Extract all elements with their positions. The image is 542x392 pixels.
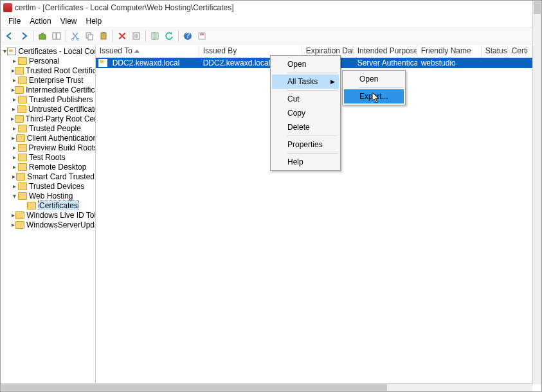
ctx-open[interactable]: Open (272, 57, 339, 71)
app-icon (3, 3, 12, 12)
folder-icon (18, 144, 27, 152)
tree-item-enterprise-trust[interactable]: ▸Enterprise Trust (1, 75, 95, 85)
tree-item-preview-build-roots[interactable]: ▸Preview Build Roots (1, 143, 95, 152)
tree-item-untrusted-certificates[interactable]: ▸Untrusted Certificates (1, 104, 95, 114)
paste-button[interactable] (97, 30, 110, 42)
expand-toggle[interactable]: ▸ (11, 154, 18, 161)
sub-open[interactable]: Open (344, 72, 404, 86)
expand-toggle[interactable]: ▸ (11, 96, 18, 103)
expand-toggle[interactable]: ▸ (11, 57, 18, 64)
expand-toggle[interactable]: ▸ (11, 76, 18, 84)
cell-intended-purposes: Server Authenticati... (354, 58, 417, 67)
tree-item-web-hosting-certificates[interactable]: Certificates (1, 200, 95, 210)
tree-item-trusted-publishers[interactable]: ▸Trusted Publishers (1, 94, 95, 104)
menu-help[interactable]: Help (82, 16, 106, 26)
up-button[interactable] (36, 30, 49, 42)
submenu-arrow-icon: ▶ (330, 78, 335, 85)
tree-item-intermediate-ca[interactable]: ▸Intermediate Certification Authorities (1, 85, 95, 94)
tree-item-test-roots[interactable]: ▸Test Roots (1, 152, 95, 162)
toolbar-separator (113, 30, 113, 42)
folder-icon (18, 76, 27, 84)
expand-toggle[interactable]: ▸ (11, 134, 16, 141)
column-issued-to[interactable]: Issued To (96, 45, 199, 57)
expand-toggle[interactable]: ▾ (2, 48, 7, 55)
menubar: File Action View Help (1, 15, 541, 28)
expand-toggle[interactable]: ▸ (11, 144, 18, 151)
tree-item-trusted-devices[interactable]: ▸Trusted Devices (1, 181, 95, 191)
column-status[interactable]: Status (482, 45, 508, 57)
expand-toggle[interactable]: ▸ (11, 221, 15, 228)
menu-view[interactable]: View (57, 16, 81, 26)
svg-text:?: ? (186, 31, 190, 40)
folder-icon (15, 86, 24, 94)
svg-rect-1 (53, 33, 56, 39)
folder-icon (18, 57, 27, 65)
ctx-delete[interactable]: Delete (272, 120, 339, 134)
svg-rect-0 (39, 35, 46, 39)
toolbar-separator (145, 30, 146, 42)
folder-icon (15, 221, 24, 229)
toolbar-separator (178, 30, 179, 42)
back-button[interactable] (3, 30, 16, 42)
menu-file[interactable]: File (5, 16, 24, 26)
tree-root[interactable]: ▾ Certificates - Local Computer (1, 46, 95, 56)
tree-item-trusted-root-ca[interactable]: ▸Trusted Root Certification Authorities (1, 66, 95, 75)
folder-icon (17, 105, 26, 113)
refresh-button[interactable] (163, 30, 176, 42)
expand-toggle[interactable]: ▸ (11, 173, 16, 180)
toolbar: ? (1, 28, 541, 44)
tree-item-client-auth-issuers[interactable]: ▸Client Authentication Issuers (1, 133, 95, 143)
svg-rect-7 (101, 33, 106, 39)
menu-separator (287, 73, 338, 73)
column-friendly-name[interactable]: Friendly Name (417, 45, 482, 57)
export-list-button[interactable] (149, 30, 161, 42)
cut-button[interactable] (69, 30, 82, 42)
expand-toggle[interactable]: ▸ (11, 183, 18, 190)
window-scrollbar-horizontal[interactable] (1, 383, 532, 391)
certificates-root-icon (7, 48, 16, 55)
sort-ascending-icon (134, 49, 140, 53)
expand-toggle[interactable]: ▸ (11, 163, 18, 170)
column-intended-purposes[interactable]: Intended Purposes (354, 45, 417, 57)
folder-icon (18, 154, 27, 161)
copy-button[interactable] (83, 30, 96, 42)
tree-item-windows-server-update-services[interactable]: ▸WindowsServerUpdateServices (1, 220, 95, 229)
svg-rect-17 (200, 33, 204, 35)
tree-item-trusted-people[interactable]: ▸Trusted People (1, 123, 95, 133)
expand-toggle[interactable]: ▸ (11, 115, 15, 122)
expand-toggle[interactable]: ▸ (11, 211, 15, 218)
tree-item-third-party-root-ca[interactable]: ▸Third-Party Root Certification Authorit… (1, 114, 95, 123)
folder-icon (18, 163, 27, 171)
help-button[interactable]: ? (181, 30, 194, 42)
window-scrollbar-vertical[interactable] (532, 1, 541, 384)
ctx-all-tasks[interactable]: All Tasks▶ (272, 75, 339, 89)
scrollbar-thumb[interactable] (534, 1, 541, 14)
ctx-cut[interactable]: Cut (272, 92, 339, 106)
tree-item-smart-card-trusted-roots[interactable]: ▸Smart Card Trusted Roots (1, 172, 95, 181)
menu-action[interactable]: Action (26, 16, 55, 26)
expand-toggle[interactable]: ▸ (11, 125, 18, 132)
mmc-window: certlm - [Certificates - Local Computer\… (0, 0, 542, 392)
delete-button[interactable] (116, 30, 129, 42)
show-hide-tree-button[interactable] (50, 30, 63, 42)
tree-item-remote-desktop[interactable]: ▸Remote Desktop (1, 162, 95, 172)
ctx-properties[interactable]: Properties (272, 138, 339, 152)
ctx-help[interactable]: Help (272, 155, 339, 169)
tree-item-personal[interactable]: ▸Personal (1, 56, 95, 66)
tree-item-windows-live-id-token-issuer[interactable]: ▸Windows Live ID Token Issuer (1, 210, 95, 220)
properties-button[interactable] (130, 30, 143, 42)
tree-item-web-hosting[interactable]: ▾Web Hosting (1, 191, 95, 200)
expand-toggle[interactable]: ▾ (11, 192, 18, 199)
tree-pane[interactable]: ▾ Certificates - Local Computer ▸Persona… (1, 45, 96, 383)
expand-toggle[interactable]: ▸ (11, 105, 17, 112)
forward-button[interactable] (17, 30, 30, 42)
tree-root-label: Certificates - Local Computer (18, 47, 95, 56)
column-certificate-template[interactable]: Certi (508, 45, 532, 57)
scrollbar-thumb[interactable] (1, 384, 387, 391)
ctx-copy[interactable]: Copy (272, 106, 339, 120)
toolbar-separator (33, 30, 33, 42)
sub-export[interactable]: Export... (344, 89, 404, 103)
cell-friendly-name: webstudio (417, 58, 482, 67)
mmc-options-button[interactable] (195, 30, 208, 42)
folder-icon (15, 211, 24, 219)
